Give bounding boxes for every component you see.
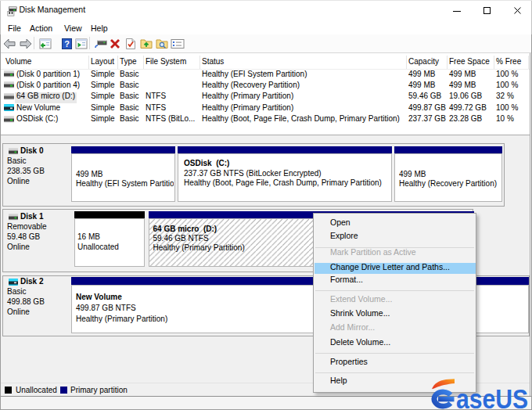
svg-text:?: ? — [64, 39, 70, 49]
svg-text:aseUS: aseUS — [456, 383, 528, 410]
